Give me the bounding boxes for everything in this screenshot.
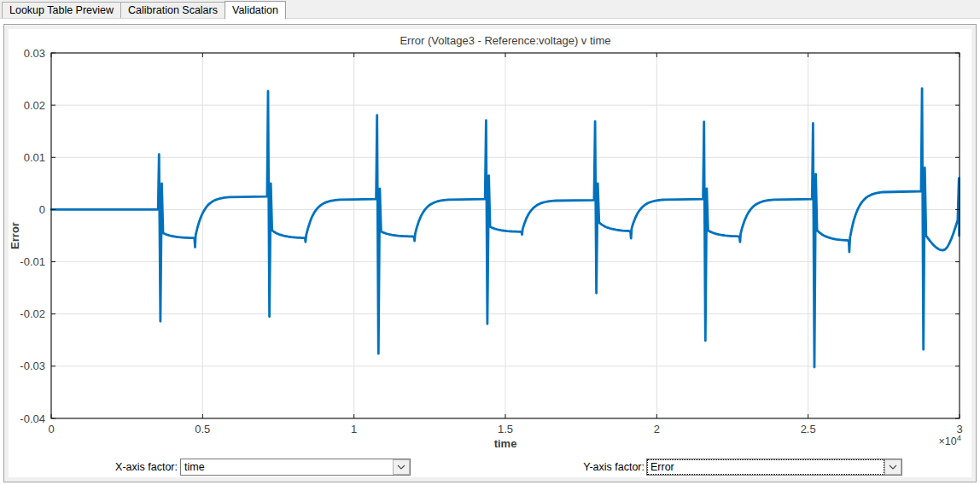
x-tick-label: 1.5 [498, 423, 513, 435]
chart-title: Error (Voltage3 - Reference:voltage) v t… [400, 34, 610, 47]
y-axis-factor-value: Error [647, 459, 884, 475]
y-tick-label: 0 [39, 203, 45, 216]
error-plot: 00.511.522.530.030.020.010-0.01-0.02-0.0… [9, 29, 971, 478]
y-tick-label: 0.01 [24, 151, 45, 164]
x-tick-label: 1 [351, 423, 357, 435]
x-axis-multiplier: ×104 [938, 433, 961, 447]
x-tick-label: 0.5 [195, 423, 210, 435]
x-axis-factor-label: X-axis factor: [60, 459, 178, 476]
x-tick-label: 2.5 [801, 423, 816, 435]
chevron-down-icon [889, 465, 897, 470]
validation-pane: 00.511.522.530.030.020.010-0.01-0.02-0.0… [0, 18, 980, 485]
tab-bar: Lookup Table Preview Calibration Scalars… [0, 0, 980, 18]
y-tick-label: -0.01 [20, 255, 45, 268]
x-axis-factor-value: time [181, 459, 393, 475]
y-tick-label: 0.03 [24, 47, 45, 60]
tab-validation[interactable]: Validation [225, 1, 286, 19]
y-axis-factor-label: Y-axis factor: [542, 459, 645, 476]
chevron-down-icon [397, 465, 405, 470]
y-tick-label: -0.04 [20, 412, 45, 425]
tab-calibration-scalars[interactable]: Calibration Scalars [120, 2, 225, 18]
x-tick-label: 0 [48, 423, 54, 435]
x-axis-dropdown-button[interactable] [393, 459, 410, 475]
y-axis-dropdown-button[interactable] [884, 459, 901, 475]
figure-area: 00.511.522.530.030.020.010-0.01-0.02-0.0… [9, 29, 971, 477]
y-axis-label: Error [9, 222, 21, 249]
y-axis-factor-select[interactable]: Error [646, 459, 902, 476]
x-axis-factor-select[interactable]: time [180, 459, 411, 476]
content-panel: 00.511.522.530.030.020.010-0.01-0.02-0.0… [3, 24, 977, 482]
x-axis-label: time [494, 437, 517, 450]
y-tick-label: 0.02 [24, 99, 45, 112]
y-tick-label: -0.02 [20, 307, 45, 320]
x-tick-label: 2 [654, 423, 660, 435]
tab-lookup-table-preview[interactable]: Lookup Table Preview [2, 2, 121, 18]
y-tick-label: -0.03 [20, 359, 45, 372]
